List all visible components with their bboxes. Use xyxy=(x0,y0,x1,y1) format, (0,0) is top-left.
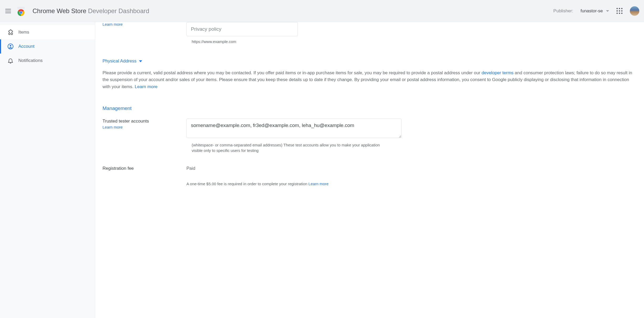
trusted-testers-label: Trusted tester accounts xyxy=(103,119,179,124)
privacy-learn-more-link[interactable]: Learn more xyxy=(103,22,123,26)
app-header: Chrome Web Store Developer Dashboard Pub… xyxy=(0,0,644,22)
chrome-web-store-logo-icon xyxy=(16,6,26,16)
page-title: Chrome Web Store Developer Dashboard xyxy=(33,7,149,15)
account-icon xyxy=(7,43,14,50)
developer-terms-link[interactable]: developer terms xyxy=(481,70,513,75)
chevron-down-icon xyxy=(139,60,142,62)
title-sub: Developer Dashboard xyxy=(88,7,149,14)
user-avatar[interactable] xyxy=(630,6,639,16)
sidebar-item-label: Account xyxy=(18,44,34,49)
privacy-policy-input[interactable] xyxy=(186,22,298,36)
physical-address-header[interactable]: Physical Address xyxy=(103,59,637,64)
management-title: Management xyxy=(103,105,637,111)
svg-point-5 xyxy=(10,45,11,47)
sidebar-item-label: Notifications xyxy=(18,58,43,63)
publisher-value: funastor-se xyxy=(581,8,603,14)
sidebar-item-account[interactable]: Account xyxy=(0,39,95,54)
registration-fee-value: Paid xyxy=(186,166,402,171)
title-main: Chrome Web Store xyxy=(33,7,86,14)
sidebar: Items Account Notifications xyxy=(0,22,95,318)
trusted-testers-learn-more-link[interactable]: Learn more xyxy=(103,125,123,129)
extension-icon xyxy=(7,29,14,35)
registration-fee-learn-more-link[interactable]: Learn more xyxy=(308,182,329,186)
sidebar-item-label: Items xyxy=(18,30,29,35)
physical-address-learn-more-link[interactable]: Learn more xyxy=(135,84,158,89)
publisher-label: Publisher: xyxy=(553,8,573,14)
privacy-helper: https://www.example.com xyxy=(186,39,402,44)
registration-fee-label: Registration fee xyxy=(103,166,179,171)
main-content: Learn more https://www.example.com Physi… xyxy=(95,22,644,318)
trusted-testers-textarea[interactable] xyxy=(186,119,401,138)
physical-address-text: Please provide a current, valid postal a… xyxy=(103,70,637,90)
registration-fee-helper: A one-time $5.00 fee is required in orde… xyxy=(186,182,402,186)
svg-point-3 xyxy=(20,11,22,14)
menu-icon[interactable] xyxy=(5,7,12,15)
header-right: Publisher: funastor-se xyxy=(553,6,639,16)
header-left: Chrome Web Store Developer Dashboard xyxy=(5,6,149,16)
bell-icon xyxy=(7,57,14,64)
sidebar-item-items[interactable]: Items xyxy=(0,25,95,39)
trusted-testers-helper: (whitespace- or comma-separated email ad… xyxy=(186,142,391,153)
publisher-dropdown[interactable]: funastor-se xyxy=(581,8,609,14)
physical-address-title: Physical Address xyxy=(103,59,136,64)
sidebar-item-notifications[interactable]: Notifications xyxy=(0,54,95,68)
dropdown-arrow-icon xyxy=(606,10,609,12)
svg-rect-0 xyxy=(17,7,25,9)
google-apps-icon[interactable] xyxy=(616,8,622,14)
